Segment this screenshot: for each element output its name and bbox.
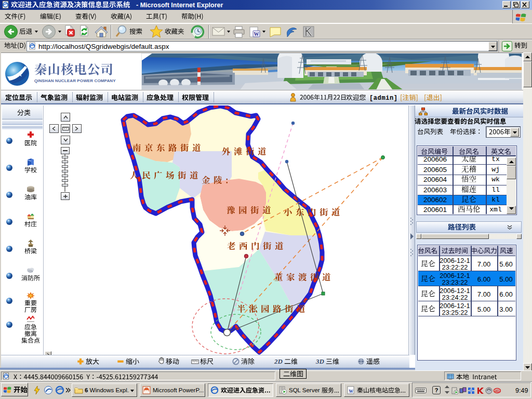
- svg-text:W: W: [254, 31, 259, 37]
- svg-text:4D: 4D: [495, 389, 500, 393]
- svg-text:W: W: [349, 389, 354, 394]
